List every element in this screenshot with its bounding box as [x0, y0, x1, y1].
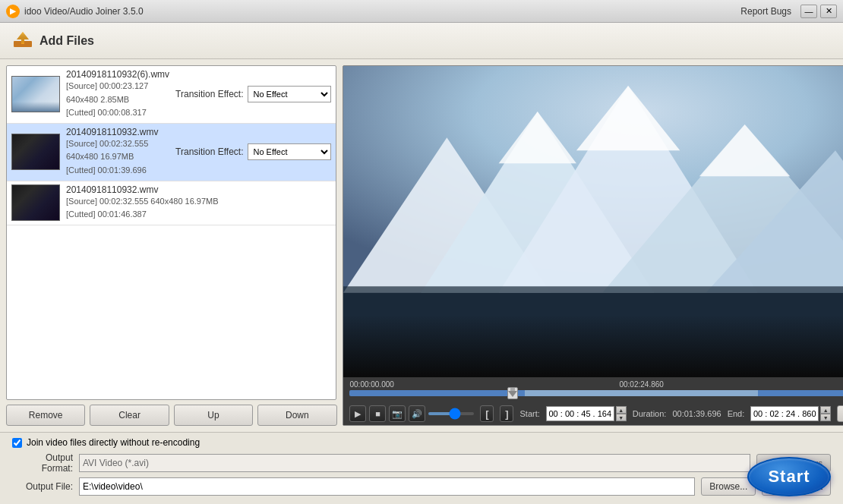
svg-rect-16	[510, 388, 515, 391]
file-action-buttons: Remove Clear Up Down	[6, 405, 336, 426]
volume-button[interactable]: 🔊	[409, 405, 425, 422]
file-cutted: [Cutted] 00:01:39.696	[66, 164, 169, 178]
start-label: Start:	[519, 409, 539, 418]
transition-area: Transition Effect: No Effect Fade Dissol…	[175, 143, 331, 160]
file-info: 20140918110932.wmv [Source] 00:02:32.555…	[66, 127, 169, 178]
checkbox-row: Join video files directly without re-enc…	[12, 437, 831, 448]
app-icon: ▶	[6, 5, 20, 18]
file-thumbnail	[11, 76, 60, 112]
reset-button[interactable]: Reset	[837, 405, 843, 422]
volume-slider[interactable]	[428, 412, 474, 415]
transition-select[interactable]: No Effect Fade Dissolve	[248, 86, 331, 102]
end-time-group: ▲ ▼	[750, 406, 831, 421]
transition-label: Transition Effect:	[175, 89, 243, 99]
add-files-label: Add Files	[39, 34, 94, 48]
clear-button[interactable]: Clear	[90, 405, 169, 426]
app-title: idoo Video/Audio Joiner 3.5.0	[24, 6, 144, 17]
end-time-spinner: ▲ ▼	[820, 406, 831, 421]
file-label: Output File:	[12, 481, 73, 492]
duration-value: 00:01:39.696	[672, 409, 721, 418]
playback-buttons: ▶ ■ 📷 🔊	[349, 405, 474, 422]
format-label: Output Format:	[12, 452, 73, 474]
end-time-up[interactable]: ▲	[820, 406, 831, 414]
join-directly-checkbox[interactable]	[12, 438, 22, 448]
thumbnail-image	[12, 185, 59, 220]
play-button[interactable]: ▶	[349, 405, 366, 422]
format-input[interactable]	[79, 454, 750, 472]
list-item[interactable]: 20140918110932(6).wmv [Source] 00:00:23.…	[7, 66, 336, 124]
output-file-input[interactable]	[79, 477, 695, 496]
output-format-row: Output Format: Output Settings	[12, 452, 831, 474]
start-time-group: ▲ ▼	[546, 406, 627, 421]
add-files-button[interactable]: Add Files	[12, 30, 94, 52]
transition-area: Transition Effect: No Effect Fade Dissol…	[175, 86, 331, 102]
svg-rect-13	[343, 286, 843, 377]
file-cutted: [Cutted] 00:01:46.387	[66, 208, 331, 222]
add-files-icon	[12, 30, 33, 52]
file-source: [Source] 00:02:32.555 640x480 16.97MB	[66, 195, 331, 209]
start-time-input[interactable]	[546, 406, 614, 421]
timeline-handle-left[interactable]	[507, 387, 518, 399]
start-time-down[interactable]: ▼	[616, 414, 627, 421]
up-button[interactable]: Up	[174, 405, 253, 426]
file-name: 20140918110932.wmv	[66, 184, 331, 195]
end-label: End:	[728, 409, 745, 418]
start-button[interactable]: Start	[747, 457, 831, 496]
minimize-button[interactable]: —	[800, 5, 817, 18]
down-button[interactable]: Down	[257, 405, 336, 426]
remove-button[interactable]: Remove	[6, 405, 85, 426]
mark-out-button[interactable]: ]	[500, 405, 513, 422]
main-window: Add Files 20140918110932(6).wmv [Source]…	[0, 23, 843, 504]
file-list[interactable]: 20140918110932(6).wmv [Source] 00:00:23.…	[6, 65, 336, 400]
transition-label: Transition Effect:	[175, 146, 243, 157]
title-bar: ▶ idoo Video/Audio Joiner 3.5.0 Report B…	[0, 0, 843, 23]
start-time-spinner: ▲ ▼	[616, 406, 627, 421]
time-mid-label: 00:02:24.860	[619, 380, 663, 389]
controls-row: ▶ ■ 📷 🔊 [ ] Start: ▲ ▼	[343, 402, 843, 425]
timeline-track[interactable]	[349, 390, 843, 396]
file-source: [Source] 00:00:23.127 640x480 2.85MB	[66, 80, 169, 106]
end-time-input[interactable]	[750, 406, 819, 421]
file-info: 20140918110932(6).wmv [Source] 00:00:23.…	[66, 69, 169, 120]
file-thumbnail	[11, 134, 60, 170]
transition-select[interactable]: No Effect Fade Dissolve	[248, 143, 331, 160]
video-frame	[343, 66, 843, 377]
file-source: [Source] 00:02:32.555 640x480 16.97MB	[66, 137, 169, 164]
title-bar-left: ▶ idoo Video/Audio Joiner 3.5.0	[6, 5, 144, 18]
video-preview	[343, 66, 843, 377]
stop-button[interactable]: ■	[369, 405, 386, 422]
video-panel: 00:00:00.000 00:02:24.860 00:02:32.555	[343, 65, 843, 426]
bottom-bar: Join video files directly without re-enc…	[0, 432, 843, 504]
close-button[interactable]: ✕	[820, 5, 837, 18]
mark-in-button[interactable]: [	[480, 405, 494, 422]
output-file-row: Output File: Browse... Open Output	[12, 477, 831, 496]
file-info: 20140918110932.wmv [Source] 00:02:32.555…	[66, 184, 331, 222]
time-labels: 00:00:00.000 00:02:24.860 00:02:32.555	[349, 380, 843, 389]
file-name: 20140918110932(6).wmv	[66, 69, 169, 80]
left-panel: 20140918110932(6).wmv [Source] 00:00:23.…	[6, 65, 336, 426]
duration-label: Duration:	[633, 409, 667, 418]
end-time-down[interactable]: ▼	[820, 414, 831, 421]
toolbar: Add Files	[0, 23, 843, 59]
thumbnail-image	[12, 77, 59, 112]
timeline-bar: 00:00:00.000 00:02:24.860 00:02:32.555	[343, 377, 843, 402]
file-cutted: [Cutted] 00:00:08.317	[66, 106, 169, 120]
time-start-label: 00:00:00.000	[349, 380, 393, 389]
list-item[interactable]: 20140918110932.wmv [Source] 00:02:32.555…	[7, 124, 336, 181]
snapshot-button[interactable]: 📷	[389, 405, 406, 422]
svg-marker-15	[508, 391, 517, 397]
file-name: 20140918110932.wmv	[66, 127, 169, 137]
thumbnail-image	[12, 134, 59, 169]
content-area: 20140918110932(6).wmv [Source] 00:00:23.…	[0, 59, 843, 432]
title-bar-right: Report Bugs — ✕	[740, 5, 837, 18]
join-directly-label: Join video files directly without re-enc…	[27, 437, 200, 448]
file-thumbnail	[11, 184, 60, 221]
start-time-up[interactable]: ▲	[616, 406, 627, 414]
start-section: Start	[747, 457, 831, 496]
list-item[interactable]: 20140918110932.wmv [Source] 00:02:32.555…	[7, 181, 336, 225]
report-bugs-link[interactable]: Report Bugs	[740, 6, 791, 17]
